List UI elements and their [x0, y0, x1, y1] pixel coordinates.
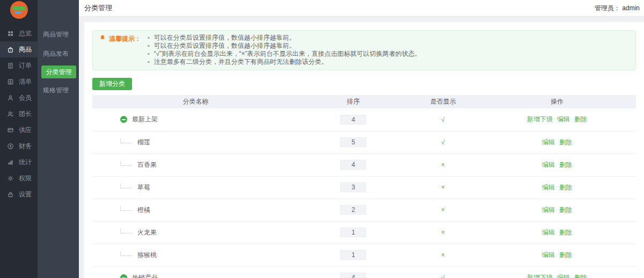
delete-link[interactable]: 删除 [559, 206, 572, 214]
notice-box: 温馨提示： 可以在分类后设置排序值，数值越小排序越靠前。 可以在分类后设置排序值… [92, 30, 636, 70]
add-child-link[interactable]: 新增下级 [527, 274, 553, 278]
sort-input[interactable] [340, 228, 366, 237]
sidebar-item-member[interactable]: 会员 [0, 90, 38, 106]
tree-branch-icon [120, 161, 132, 166]
settings-icon [7, 191, 14, 198]
leader-icon [7, 111, 14, 118]
page-title: 分类管理 [84, 3, 112, 13]
sidebar-item-permission[interactable]: 权限 [0, 170, 38, 186]
visible-toggle[interactable]: √ [441, 274, 445, 278]
table-row: 最新上架 √ 新增下级编辑删除 [92, 108, 636, 131]
primary-nav: 总览 商品 订单 清单 会员 团长 [0, 25, 38, 202]
submenu-label: 商品发布 [43, 48, 69, 60]
submenu-item-goods-publish[interactable]: 商品发布 [38, 46, 79, 61]
sidebar-item-leader[interactable]: 团长 [0, 106, 38, 122]
visible-toggle[interactable]: √ [441, 138, 445, 146]
edit-link[interactable]: 编辑 [542, 161, 555, 169]
table-row: 榴莲 √ 编辑删除 [92, 131, 636, 153]
tree-branch-icon [120, 138, 132, 143]
table-row: 草莓 × 编辑删除 [92, 176, 636, 199]
notice-list: 可以在分类后设置排序值，数值越小排序越靠前。 可以在分类后设置排序值，数值越小排… [148, 34, 421, 66]
add-category-button[interactable]: 新增分类 [92, 78, 132, 90]
delete-link[interactable]: 删除 [559, 229, 572, 236]
notice-line: 可以在分类后设置排序值，数值越小排序越靠前。 [148, 34, 421, 42]
delete-link[interactable]: 删除 [574, 115, 587, 123]
sidebar-item-label: 商品 [19, 45, 32, 54]
collapse-icon[interactable] [120, 274, 127, 278]
tree-branch-icon [120, 251, 132, 256]
category-name: 榴莲 [137, 138, 150, 146]
sort-input[interactable] [340, 205, 366, 215]
admin-account[interactable]: 管理员： admin [595, 4, 640, 13]
sidebar-item-overview[interactable]: 总览 [0, 25, 38, 41]
sort-input[interactable] [340, 273, 366, 278]
edit-link[interactable]: 编辑 [542, 206, 555, 214]
app-logo[interactable] [10, 1, 28, 19]
stats-icon [7, 159, 14, 166]
visible-toggle[interactable]: × [441, 206, 445, 214]
delete-link[interactable]: 删除 [559, 138, 572, 146]
sort-input[interactable] [340, 115, 366, 125]
table-row: 猕猴桃 × 编辑删除 [92, 244, 636, 266]
sort-input[interactable] [340, 182, 366, 192]
delete-link[interactable]: 删除 [559, 184, 572, 191]
content-card: 温馨提示： 可以在分类后设置排序值，数值越小排序越靠前。 可以在分类后设置排序值… [84, 22, 644, 278]
visible-toggle[interactable]: × [441, 251, 445, 259]
table-row: 橙橘 × 编辑删除 [92, 199, 636, 221]
sidebar-item-label: 团长 [19, 109, 32, 119]
category-name: 百香果 [137, 161, 157, 169]
member-icon [7, 94, 14, 101]
sidebar-item-label: 会员 [19, 93, 32, 103]
sidebar-item-finance[interactable]: 财务 [0, 138, 38, 154]
edit-link[interactable]: 编辑 [557, 115, 570, 123]
sidebar-item-label: 清单 [19, 77, 32, 86]
add-child-link[interactable]: 新增下级 [527, 115, 553, 123]
edit-link[interactable]: 编辑 [542, 229, 555, 236]
edit-link[interactable]: 编辑 [542, 251, 555, 259]
sort-input[interactable] [340, 160, 366, 170]
sort-input[interactable] [340, 137, 366, 147]
logo-green-mark [13, 6, 25, 10]
secondary-sidebar: 商品管理 商品发布 分类管理 规格管理 [38, 0, 79, 278]
sidebar-item-list[interactable]: 清单 [0, 74, 38, 90]
sidebar-item-supply[interactable]: 供应 [0, 122, 38, 138]
content-area: 温馨提示： 可以在分类后设置排序值，数值越小排序越靠前。 可以在分类后设置排序值… [79, 17, 644, 278]
submenu-item-goods-manage[interactable]: 商品管理 [38, 27, 79, 42]
edit-link[interactable]: 编辑 [542, 184, 555, 191]
table-row: 热销产品 √ 新增下级编辑删除 [92, 266, 636, 278]
submenu-item-spec-manage[interactable]: 规格管理 [38, 83, 79, 98]
bell-icon [99, 34, 106, 43]
delete-link[interactable]: 删除 [574, 274, 587, 278]
category-name: 火龙果 [137, 229, 157, 236]
primary-sidebar: 总览 商品 订单 清单 会员 团长 [0, 0, 38, 278]
submenu-label: 商品管理 [43, 29, 69, 40]
sidebar-item-settings[interactable]: 设置 [0, 186, 38, 202]
notice-title-text: 温馨提示： [109, 34, 141, 43]
visible-toggle[interactable]: × [441, 184, 445, 191]
sidebar-item-goods[interactable]: 商品 [0, 41, 38, 57]
sidebar-item-label: 权限 [19, 174, 32, 183]
visible-toggle[interactable]: × [441, 161, 445, 169]
sidebar-item-label: 财务 [19, 142, 32, 151]
col-header-actions: 操作 [478, 95, 636, 108]
col-header-name: 分类名称 [92, 95, 299, 108]
sort-input[interactable] [340, 250, 366, 260]
visible-toggle[interactable]: √ [441, 116, 445, 123]
table-row: 火龙果 × 编辑删除 [92, 221, 636, 244]
delete-link[interactable]: 删除 [559, 251, 572, 259]
collapse-icon[interactable] [120, 116, 127, 123]
sidebar-item-stats[interactable]: 统计 [0, 154, 38, 170]
edit-link[interactable]: 编辑 [557, 274, 570, 278]
notice-line: “√”则表示在前台会显示出来，“×”表示前台不显示出来，直接点击图标就可以切换两… [148, 50, 421, 58]
permission-icon [7, 175, 14, 182]
submenu-item-category-manage[interactable]: 分类管理 [41, 65, 76, 78]
edit-link[interactable]: 编辑 [542, 138, 555, 146]
delete-link[interactable]: 删除 [559, 161, 572, 169]
finance-icon [7, 143, 14, 150]
sidebar-item-orders[interactable]: 订单 [0, 57, 38, 74]
visible-toggle[interactable]: × [441, 229, 445, 236]
tree-branch-icon [120, 229, 132, 233]
logo-blue-mark [14, 11, 21, 14]
notice-line: 注意最多有二级分类，并且分类下有商品时无法删除该分类。 [148, 58, 421, 66]
category-name: 热销产品 [132, 274, 158, 278]
